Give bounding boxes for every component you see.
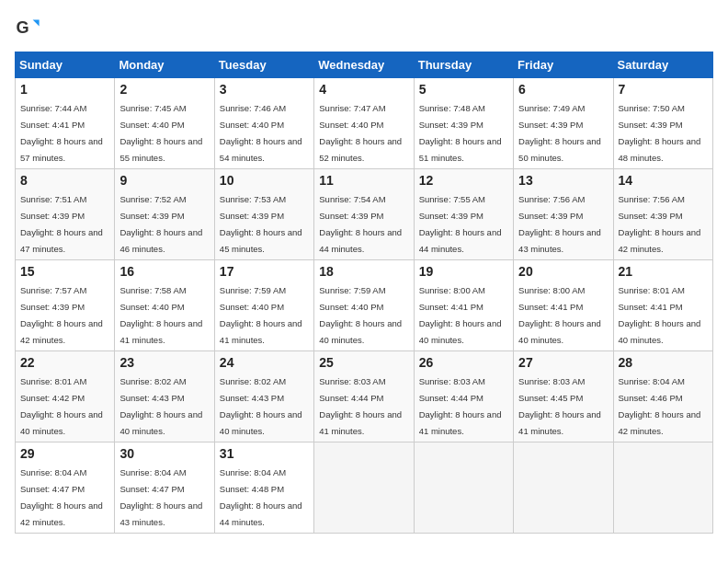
day-info: Sunrise: 7:49 AMSunset: 4:39 PMDaylight:… (518, 103, 601, 163)
day-cell-25: 25 Sunrise: 8:03 AMSunset: 4:44 PMDaylig… (314, 351, 414, 442)
day-cell-18: 18 Sunrise: 7:59 AMSunset: 4:40 PMDaylig… (314, 260, 414, 351)
day-info: Sunrise: 8:03 AMSunset: 4:45 PMDaylight:… (518, 376, 601, 436)
header-tuesday: Tuesday (214, 52, 313, 78)
day-number: 16 (119, 264, 209, 279)
day-info: Sunrise: 7:56 AMSunset: 4:39 PMDaylight:… (619, 194, 701, 254)
day-info: Sunrise: 8:00 AMSunset: 4:41 PMDaylight:… (518, 285, 601, 345)
day-cell-9: 9 Sunrise: 7:52 AMSunset: 4:39 PMDayligh… (115, 169, 214, 260)
day-info: Sunrise: 7:44 AMSunset: 4:41 PMDaylight:… (20, 103, 103, 163)
day-number: 15 (20, 264, 109, 279)
day-number: 23 (119, 355, 209, 370)
day-cell-1: 1 Sunrise: 7:44 AMSunset: 4:41 PMDayligh… (16, 78, 115, 169)
empty-cell (613, 442, 712, 534)
day-number: 7 (619, 82, 708, 97)
day-cell-8: 8 Sunrise: 7:51 AMSunset: 4:39 PMDayligh… (16, 169, 115, 260)
day-cell-27: 27 Sunrise: 8:03 AMSunset: 4:45 PMDaylig… (514, 351, 613, 442)
day-info: Sunrise: 7:45 AMSunset: 4:40 PMDaylight:… (119, 103, 202, 163)
day-number: 22 (20, 355, 109, 370)
day-cell-12: 12 Sunrise: 7:55 AMSunset: 4:39 PMDaylig… (414, 169, 513, 260)
day-number: 6 (518, 82, 608, 97)
day-cell-24: 24 Sunrise: 8:02 AMSunset: 4:43 PMDaylig… (214, 351, 313, 442)
day-number: 26 (419, 355, 508, 370)
day-number: 28 (619, 355, 708, 370)
day-info: Sunrise: 7:59 AMSunset: 4:40 PMDaylight:… (220, 285, 302, 345)
day-info: Sunrise: 7:47 AMSunset: 4:40 PMDaylight:… (319, 103, 402, 163)
day-number: 9 (119, 173, 209, 188)
day-cell-4: 4 Sunrise: 7:47 AMSunset: 4:40 PMDayligh… (314, 78, 414, 169)
header-wednesday: Wednesday (314, 52, 414, 78)
day-cell-22: 22 Sunrise: 8:01 AMSunset: 4:42 PMDaylig… (16, 351, 115, 442)
day-number: 5 (419, 82, 508, 97)
day-number: 17 (220, 264, 309, 279)
day-info: Sunrise: 7:59 AMSunset: 4:40 PMDaylight:… (319, 285, 402, 345)
logo: G (15, 15, 44, 40)
day-cell-28: 28 Sunrise: 8:04 AMSunset: 4:46 PMDaylig… (613, 351, 712, 442)
day-cell-15: 15 Sunrise: 7:57 AMSunset: 4:39 PMDaylig… (16, 260, 115, 351)
day-cell-19: 19 Sunrise: 8:00 AMSunset: 4:41 PMDaylig… (414, 260, 513, 351)
week-row-4: 22 Sunrise: 8:01 AMSunset: 4:42 PMDaylig… (16, 351, 713, 442)
svg-marker-1 (33, 20, 40, 27)
day-cell-31: 31 Sunrise: 8:04 AMSunset: 4:48 PMDaylig… (214, 442, 313, 534)
day-info: Sunrise: 8:04 AMSunset: 4:48 PMDaylight:… (220, 467, 302, 527)
day-info: Sunrise: 8:02 AMSunset: 4:43 PMDaylight:… (220, 376, 302, 436)
day-info: Sunrise: 8:01 AMSunset: 4:42 PMDaylight:… (20, 376, 103, 436)
day-info: Sunrise: 7:51 AMSunset: 4:39 PMDaylight:… (20, 194, 103, 254)
day-number: 18 (319, 264, 408, 279)
week-row-5: 29 Sunrise: 8:04 AMSunset: 4:47 PMDaylig… (16, 442, 713, 534)
day-number: 24 (220, 355, 309, 370)
empty-cell (414, 442, 513, 534)
day-cell-17: 17 Sunrise: 7:59 AMSunset: 4:40 PMDaylig… (214, 260, 313, 351)
day-number: 20 (518, 264, 608, 279)
calendar-header-row: SundayMondayTuesdayWednesdayThursdayFrid… (16, 52, 713, 78)
day-info: Sunrise: 8:02 AMSunset: 4:43 PMDaylight:… (119, 376, 202, 436)
day-info: Sunrise: 7:55 AMSunset: 4:39 PMDaylight:… (419, 194, 502, 254)
day-cell-6: 6 Sunrise: 7:49 AMSunset: 4:39 PMDayligh… (514, 78, 613, 169)
day-info: Sunrise: 7:46 AMSunset: 4:40 PMDaylight:… (220, 103, 302, 163)
empty-cell (514, 442, 613, 534)
day-info: Sunrise: 7:58 AMSunset: 4:40 PMDaylight:… (119, 285, 202, 345)
header-sunday: Sunday (16, 52, 115, 78)
day-info: Sunrise: 7:53 AMSunset: 4:39 PMDaylight:… (220, 194, 302, 254)
header-saturday: Saturday (613, 52, 712, 78)
day-info: Sunrise: 7:54 AMSunset: 4:39 PMDaylight:… (319, 194, 402, 254)
day-cell-13: 13 Sunrise: 7:56 AMSunset: 4:39 PMDaylig… (514, 169, 613, 260)
day-number: 1 (20, 82, 109, 97)
week-row-2: 8 Sunrise: 7:51 AMSunset: 4:39 PMDayligh… (16, 169, 713, 260)
header-thursday: Thursday (414, 52, 513, 78)
day-number: 25 (319, 355, 408, 370)
header-monday: Monday (115, 52, 214, 78)
day-cell-3: 3 Sunrise: 7:46 AMSunset: 4:40 PMDayligh… (214, 78, 313, 169)
day-cell-10: 10 Sunrise: 7:53 AMSunset: 4:39 PMDaylig… (214, 169, 313, 260)
page-header: G (15, 15, 713, 40)
day-cell-23: 23 Sunrise: 8:02 AMSunset: 4:43 PMDaylig… (115, 351, 214, 442)
day-number: 11 (319, 173, 408, 188)
day-info: Sunrise: 8:03 AMSunset: 4:44 PMDaylight:… (419, 376, 502, 436)
day-number: 13 (518, 173, 608, 188)
day-info: Sunrise: 7:48 AMSunset: 4:39 PMDaylight:… (419, 103, 502, 163)
day-cell-2: 2 Sunrise: 7:45 AMSunset: 4:40 PMDayligh… (115, 78, 214, 169)
day-cell-20: 20 Sunrise: 8:00 AMSunset: 4:41 PMDaylig… (514, 260, 613, 351)
day-info: Sunrise: 8:00 AMSunset: 4:41 PMDaylight:… (419, 285, 502, 345)
day-cell-11: 11 Sunrise: 7:54 AMSunset: 4:39 PMDaylig… (314, 169, 414, 260)
day-number: 2 (119, 82, 209, 97)
day-cell-30: 30 Sunrise: 8:04 AMSunset: 4:47 PMDaylig… (115, 442, 214, 534)
day-cell-29: 29 Sunrise: 8:04 AMSunset: 4:47 PMDaylig… (16, 442, 115, 534)
day-number: 29 (20, 446, 109, 461)
day-info: Sunrise: 7:50 AMSunset: 4:39 PMDaylight:… (619, 103, 701, 163)
day-info: Sunrise: 8:04 AMSunset: 4:46 PMDaylight:… (619, 376, 701, 436)
day-number: 30 (119, 446, 209, 461)
day-info: Sunrise: 8:03 AMSunset: 4:44 PMDaylight:… (319, 376, 402, 436)
header-friday: Friday (514, 52, 613, 78)
day-cell-14: 14 Sunrise: 7:56 AMSunset: 4:39 PMDaylig… (613, 169, 712, 260)
day-cell-16: 16 Sunrise: 7:58 AMSunset: 4:40 PMDaylig… (115, 260, 214, 351)
day-info: Sunrise: 7:56 AMSunset: 4:39 PMDaylight:… (518, 194, 601, 254)
day-number: 21 (619, 264, 708, 279)
day-number: 19 (419, 264, 508, 279)
empty-cell (314, 442, 414, 534)
day-number: 8 (20, 173, 109, 188)
day-info: Sunrise: 7:57 AMSunset: 4:39 PMDaylight:… (20, 285, 103, 345)
calendar-table: SundayMondayTuesdayWednesdayThursdayFrid… (15, 52, 713, 534)
logo-icon: G (15, 15, 40, 40)
day-info: Sunrise: 7:52 AMSunset: 4:39 PMDaylight:… (119, 194, 202, 254)
calendar-body: 1 Sunrise: 7:44 AMSunset: 4:41 PMDayligh… (16, 78, 713, 534)
